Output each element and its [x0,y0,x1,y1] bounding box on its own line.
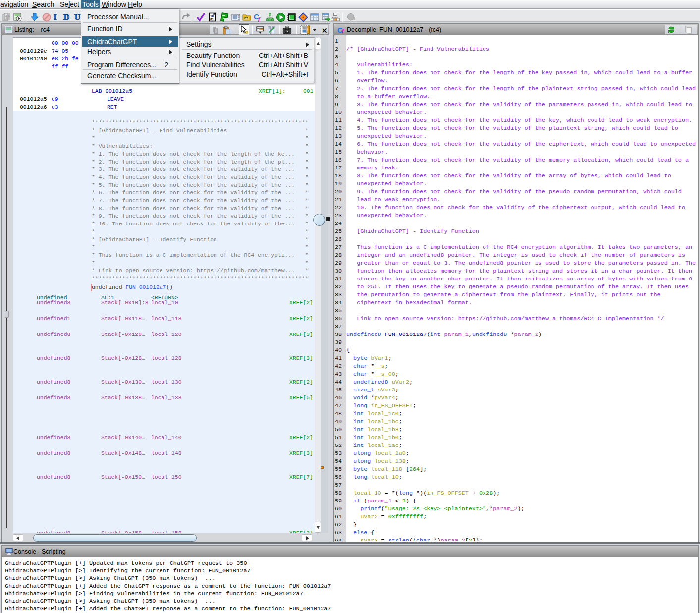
svg-text:DT: DT [244,17,248,20]
svg-text:f: f [258,16,261,22]
svg-text:01: 01 [210,17,214,21]
